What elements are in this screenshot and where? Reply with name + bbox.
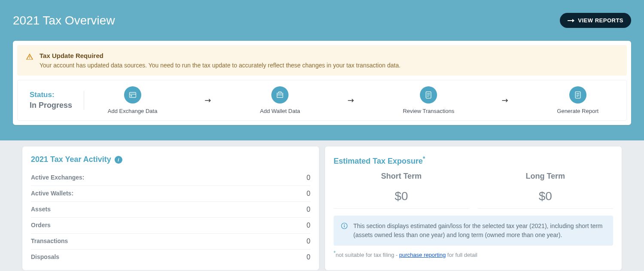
exchange-icon	[124, 86, 141, 104]
title-row: 2021 Tax Overview VIEW REPORTS	[13, 13, 631, 28]
short-term-label: Short Term	[334, 172, 469, 181]
svg-rect-2	[131, 95, 132, 97]
view-reports-button[interactable]: VIEW REPORTS	[560, 13, 631, 28]
long-term-block: Long Term $0	[478, 172, 614, 209]
transactions-icon	[420, 86, 437, 104]
alert-title: Tax Update Required	[39, 52, 401, 59]
activity-value: 0	[307, 238, 310, 245]
step-label: Review Transactions	[403, 108, 454, 114]
short-term-value: $0	[334, 189, 469, 206]
warning-icon	[26, 53, 33, 69]
footnote-prefix: not suitable for tax filing -	[336, 252, 399, 258]
step-label: Add Exchange Data	[108, 108, 158, 114]
svg-point-13	[344, 224, 345, 225]
arrow-right-icon	[347, 98, 356, 103]
activity-label: Assets	[31, 206, 51, 213]
activity-value: 0	[307, 253, 310, 261]
step-add-wallet-data[interactable]: Add Wallet Data	[260, 86, 300, 114]
wallet-icon	[271, 86, 289, 104]
asterisk-icon: *	[423, 155, 425, 162]
exposure-title: Estimated Tax Exposure*	[334, 155, 613, 166]
terms-row: Short Term $0 Long Term $0	[334, 172, 613, 209]
activity-title: 2021 Tax Year Activity i	[31, 155, 310, 164]
activity-label: Active Wallets:	[31, 190, 73, 198]
alert-body: Your account has updated data sources. Y…	[39, 62, 401, 69]
activity-value: 0	[307, 190, 310, 198]
svg-rect-9	[576, 93, 579, 94]
info-icon	[340, 222, 348, 240]
activity-label: Active Exchanges:	[31, 174, 85, 182]
activity-row-wallets: Active Wallets: 0	[31, 186, 310, 202]
activity-value: 0	[307, 206, 310, 213]
activity-row-orders: Orders 0	[31, 218, 310, 234]
footnote-suffix: for full detail	[446, 252, 477, 258]
step-review-transactions[interactable]: Review Transactions	[403, 86, 454, 114]
exposure-title-text: Estimated Tax Exposure	[334, 157, 423, 165]
activity-title-text: 2021 Tax Year Activity	[31, 155, 111, 164]
status-value: In Progress	[30, 101, 76, 110]
status-block: Status: In Progress	[22, 91, 84, 110]
view-reports-label: VIEW REPORTS	[578, 17, 623, 24]
activity-row-exchanges: Active Exchanges: 0	[31, 170, 310, 186]
arrow-right-icon	[501, 98, 510, 103]
activity-row-assets: Assets 0	[31, 202, 310, 218]
activity-row-transactions: Transactions 0	[31, 234, 310, 250]
svg-rect-0	[129, 92, 136, 97]
short-term-block: Short Term $0	[334, 172, 469, 209]
exposure-panel: Estimated Tax Exposure* Short Term $0 Lo…	[325, 146, 622, 270]
long-term-value: $0	[478, 189, 614, 206]
info-icon[interactable]: i	[115, 156, 122, 164]
status-label: Status:	[30, 91, 76, 99]
activity-row-disposals: Disposals 0	[31, 250, 310, 265]
page-title: 2021 Tax Overview	[13, 14, 115, 27]
step-generate-report[interactable]: Generate Report	[557, 86, 598, 114]
steps-container: Add Exchange Data Add Wallet Data	[84, 86, 622, 114]
activity-panel: 2021 Tax Year Activity i Active Exchange…	[22, 146, 319, 270]
report-icon	[569, 86, 586, 104]
step-label: Generate Report	[557, 108, 598, 114]
exposure-footnote: *not suitable for tax filing - purchase …	[334, 250, 613, 258]
exposure-info-banner: This section displays estimated gain/los…	[334, 216, 613, 246]
alert-banner: Tax Update Required Your account has upd…	[17, 45, 627, 76]
exposure-info-text: This section displays estimated gain/los…	[353, 222, 606, 240]
activity-label: Transactions	[31, 238, 68, 245]
overview-card: Tax Update Required Your account has upd…	[13, 41, 631, 125]
activity-value: 0	[307, 222, 310, 229]
long-term-label: Long Term	[478, 172, 614, 181]
step-label: Add Wallet Data	[260, 108, 300, 114]
arrow-right-icon	[204, 98, 213, 103]
activity-value: 0	[307, 174, 310, 182]
status-row: Status: In Progress Add Exchange Data	[17, 80, 627, 121]
step-add-exchange-data[interactable]: Add Exchange Data	[108, 86, 158, 114]
arrow-right-icon	[568, 18, 574, 23]
activity-label: Orders	[31, 222, 51, 229]
svg-rect-14	[344, 225, 345, 228]
activity-label: Disposals	[31, 253, 59, 261]
svg-rect-8	[575, 92, 580, 98]
purchase-reporting-link[interactable]: purchase reporting	[399, 252, 446, 258]
